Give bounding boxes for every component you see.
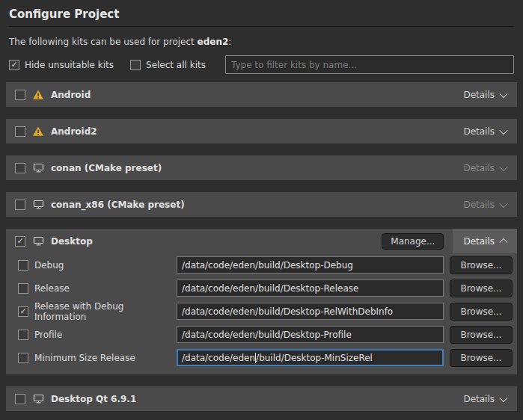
details-label: Details (463, 163, 495, 173)
intro-text: The following kits can be used for proje… (9, 37, 514, 47)
intro-prefix: The following kits can be used for proje… (9, 37, 198, 47)
kit-name: Desktop Qt 6.9.1 (51, 394, 136, 404)
details-toggle-android2[interactable]: Details (453, 119, 517, 143)
build-dir-input-debug[interactable] (177, 256, 444, 274)
intro-suffix: : (228, 37, 231, 47)
hide-unsuitable-kits-checkbox[interactable] (9, 60, 19, 70)
details-label: Details (463, 200, 495, 210)
kit-checkbox-conan-x86[interactable] (15, 200, 25, 210)
manage-kits-button[interactable]: Manage... (382, 233, 444, 250)
build-dir-input-release[interactable] (177, 280, 444, 297)
chevron-down-icon (499, 393, 507, 401)
kit-filter-bar: Hide unsuitable kits Select all kits (9, 55, 514, 74)
kit-row-conan-x86: conan_x86 (CMake preset) Details (6, 192, 517, 217)
kit-checkbox-android[interactable] (15, 90, 25, 100)
desktop-monitor-icon (32, 162, 44, 174)
hide-unsuitable-kits-checkbox-group[interactable]: Hide unsuitable kits (9, 60, 114, 70)
details-toggle-desktop[interactable]: Details (453, 229, 517, 253)
browse-button-profile[interactable]: Browse... (450, 326, 513, 344)
page-title: Configure Project (9, 7, 514, 27)
path-text-after-caret: /build/Desktop-MinSizeRel (256, 353, 373, 363)
build-config-left: Release with Debug Information (18, 301, 177, 322)
desktop-monitor-icon (32, 393, 44, 405)
path-text-before-caret: /data/code/eden (182, 353, 255, 363)
desktop-monitor-icon (32, 199, 44, 211)
kit-name: Android (51, 90, 91, 100)
browse-button-debug[interactable]: Browse... (450, 256, 513, 274)
details-toggle-conan: Details (453, 155, 517, 180)
details-label: Details (463, 236, 495, 247)
build-dir-input-relwithdebinfo[interactable] (177, 303, 444, 320)
kit-checkbox-conan[interactable] (15, 163, 25, 173)
details-toggle-desktop-qt-691[interactable]: Details (453, 386, 517, 411)
select-all-kits-checkbox[interactable] (130, 60, 141, 70)
kit-checkbox-android2[interactable] (15, 126, 25, 137)
chevron-down-icon (499, 162, 507, 170)
details-toggle-conan-x86: Details (453, 192, 517, 217)
browse-button-minsizerel[interactable]: Browse... (450, 349, 513, 367)
select-all-kits-label: Select all kits (146, 60, 206, 70)
kit-row-android: Android Details (6, 82, 517, 107)
build-config-label: Profile (34, 330, 62, 340)
build-config-row-relwithdebinfo: Release with Debug Information Browse... (6, 300, 517, 323)
chevron-up-icon (499, 238, 507, 246)
desktop-monitor-icon (32, 235, 44, 247)
kit-row-android2: Android2 Details (6, 119, 517, 143)
kit-checkbox-desktop-qt-691[interactable] (15, 394, 25, 404)
build-config-checkbox-debug[interactable] (18, 260, 28, 271)
kit-filter-input[interactable] (225, 55, 514, 74)
hide-unsuitable-kits-label: Hide unsuitable kits (25, 60, 114, 70)
details-label: Details (463, 126, 495, 137)
build-dir-input-minsizerel[interactable]: /data/code/eden/build/Desktop-MinSizeRel (177, 349, 444, 366)
configure-project-header: Configure Project The following kits can… (0, 0, 523, 74)
build-config-left: Release (18, 283, 177, 294)
build-dir-input-profile[interactable] (177, 326, 444, 343)
kit-name: conan (CMake preset) (51, 163, 162, 173)
kit-list: Android Details Android2 Details conan (… (0, 82, 523, 411)
chevron-down-icon (499, 199, 507, 207)
details-toggle-android[interactable]: Details (453, 82, 517, 107)
kit-row-conan: conan (CMake preset) Details (6, 155, 517, 180)
kit-group-desktop: Desktop Manage... Details Debug Browse..… (6, 229, 517, 374)
chevron-down-icon (499, 126, 507, 134)
details-label: Details (463, 90, 495, 100)
build-config-label: Release with Debug Information (34, 301, 177, 322)
build-config-left: Minimum Size Release (18, 353, 177, 363)
warning-icon (32, 126, 44, 138)
warning-icon (32, 89, 44, 101)
browse-button-relwithdebinfo[interactable]: Browse... (450, 303, 513, 321)
project-name: eden2 (198, 37, 229, 47)
build-config-left: Profile (18, 330, 177, 340)
build-config-checkbox-minsizerel[interactable] (18, 353, 28, 363)
build-config-checkbox-relwithdebinfo[interactable] (18, 306, 28, 317)
kit-row-desktop-qt-691: Desktop Qt 6.9.1 Details (6, 386, 517, 411)
build-config-checkbox-release[interactable] (18, 283, 28, 294)
build-config-row-minsizerel: Minimum Size Release /data/code/eden/bui… (6, 346, 517, 369)
chevron-down-icon (499, 89, 507, 97)
kit-name: Android2 (51, 126, 97, 137)
details-label: Details (463, 394, 495, 404)
build-config-label: Debug (34, 260, 64, 271)
kit-name: conan_x86 (CMake preset) (51, 200, 185, 210)
select-all-kits-checkbox-group[interactable]: Select all kits (130, 60, 206, 70)
kit-name: Desktop (51, 236, 93, 247)
kit-checkbox-desktop[interactable] (15, 236, 25, 247)
build-config-row-release: Release Browse... (6, 277, 517, 300)
build-config-row-debug: Debug Browse... (6, 253, 517, 277)
browse-button-release[interactable]: Browse... (450, 280, 513, 297)
kit-row-desktop: Desktop Manage... Details (6, 229, 517, 253)
build-config-row-profile: Profile Browse... (6, 323, 517, 346)
build-config-label: Release (34, 283, 70, 294)
build-config-checkbox-profile[interactable] (18, 330, 28, 340)
build-config-left: Debug (18, 260, 177, 271)
build-config-label: Minimum Size Release (34, 353, 135, 363)
